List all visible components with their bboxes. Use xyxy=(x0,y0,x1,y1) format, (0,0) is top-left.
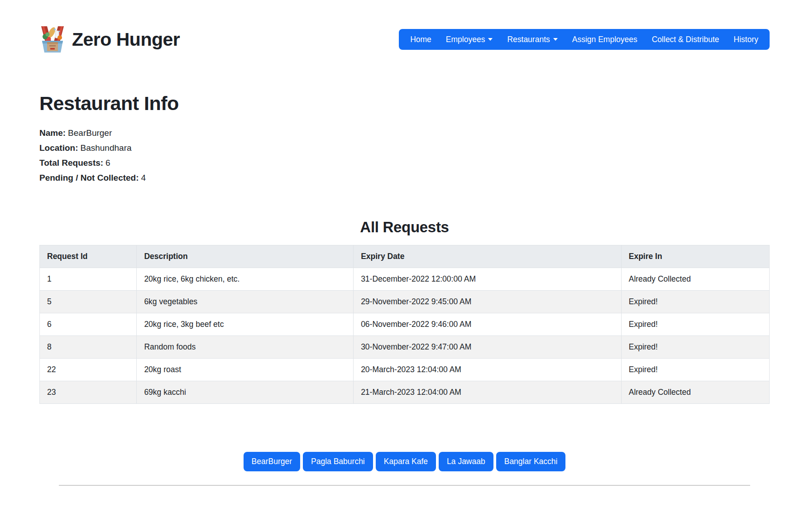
nav-item-collect-distribute[interactable]: Collect & Distribute xyxy=(645,29,727,50)
page-container: Zero Hunger Home Employees Restaurants A… xyxy=(0,25,809,486)
table-row: 5 6kg vegetables 29-November-2022 9:45:0… xyxy=(40,291,770,313)
cell-expiry-date: 06-November-2022 9:46:00 AM xyxy=(354,313,622,336)
cell-expiry-date: 31-December-2022 12:00:00 AM xyxy=(354,268,622,291)
info-pending: Pending / Not Collected:4 xyxy=(39,170,770,185)
nav-item-home[interactable]: Home xyxy=(403,29,439,50)
info-pending-label: Pending / Not Collected: xyxy=(39,173,139,182)
restaurant-buttons-row: BearBurger Pagla Baburchi Kapara Kafe La… xyxy=(39,452,770,471)
cell-request-id: 8 xyxy=(40,336,137,359)
info-name: Name:BearBurger xyxy=(39,125,770,140)
restaurant-button-pagla-baburchi[interactable]: Pagla Baburchi xyxy=(303,452,373,471)
requests-table-header: Request Id Description Expiry Date Expir… xyxy=(40,245,770,268)
table-row: 23 69kg kacchi 21-March-2023 12:04:00 AM… xyxy=(40,381,770,404)
main-navbar: Home Employees Restaurants Assign Employ… xyxy=(399,29,770,50)
col-request-id: Request Id xyxy=(40,245,137,268)
nav-item-employees-label: Employees xyxy=(446,35,485,44)
restaurant-info: Name:BearBurger Location:Bashundhara Tot… xyxy=(39,125,770,185)
cell-expire-in: Already Collected xyxy=(621,381,769,404)
cell-expire-in: Expired! xyxy=(621,291,769,313)
cell-expiry-date: 30-November-2022 9:47:00 AM xyxy=(354,336,622,359)
col-expiry-date: Expiry Date xyxy=(354,245,622,268)
nav-item-history[interactable]: History xyxy=(727,29,766,50)
cell-expiry-date: 21-March-2023 12:04:00 AM xyxy=(354,381,622,404)
info-location-value: Bashundhara xyxy=(81,143,132,153)
info-total-requests: Total Requests:6 xyxy=(39,155,770,170)
app-title: Zero Hunger xyxy=(72,29,180,50)
nav-item-assign-employees[interactable]: Assign Employees xyxy=(565,29,645,50)
cell-request-id: 1 xyxy=(40,268,137,291)
info-location-label: Location: xyxy=(39,143,78,153)
cell-expire-in: Expired! xyxy=(621,313,769,336)
grocery-basket-icon xyxy=(39,25,66,53)
chevron-down-icon xyxy=(553,38,558,41)
requests-table: Request Id Description Expiry Date Expir… xyxy=(39,245,770,404)
info-name-value: BearBurger xyxy=(68,128,112,138)
page-title: Restaurant Info xyxy=(39,92,770,115)
cell-request-id: 22 xyxy=(40,359,137,381)
footer-divider xyxy=(59,485,750,486)
cell-request-id: 6 xyxy=(40,313,137,336)
table-row: 22 20kg roast 20-March-2023 12:04:00 AM … xyxy=(40,359,770,381)
info-total-requests-label: Total Requests: xyxy=(39,158,103,168)
brand: Zero Hunger xyxy=(39,25,180,53)
col-expire-in: Expire In xyxy=(621,245,769,268)
header: Zero Hunger Home Employees Restaurants A… xyxy=(39,25,770,53)
restaurant-button-bearburger[interactable]: BearBurger xyxy=(244,452,301,471)
info-total-requests-value: 6 xyxy=(105,158,110,168)
requests-section-title: All Requests xyxy=(39,219,770,236)
cell-expire-in: Already Collected xyxy=(621,268,769,291)
info-pending-value: 4 xyxy=(141,173,146,182)
cell-request-id: 23 xyxy=(40,381,137,404)
cell-expiry-date: 29-November-2022 9:45:00 AM xyxy=(354,291,622,313)
nav-item-employees[interactable]: Employees xyxy=(439,29,500,50)
col-description: Description xyxy=(137,245,354,268)
restaurant-button-kapara-kafe[interactable]: Kapara Kafe xyxy=(376,452,436,471)
table-row: 1 20kg rice, 6kg chicken, etc. 31-Decemb… xyxy=(40,268,770,291)
cell-description: 20kg rice, 3kg beef etc xyxy=(137,313,354,336)
cell-expire-in: Expired! xyxy=(621,359,769,381)
cell-description: 6kg vegetables xyxy=(137,291,354,313)
restaurant-button-la-jawaab[interactable]: La Jawaab xyxy=(439,452,493,471)
table-header-row: Request Id Description Expiry Date Expir… xyxy=(40,245,770,268)
cell-description: 20kg rice, 6kg chicken, etc. xyxy=(137,268,354,291)
restaurant-button-banglar-kacchi[interactable]: Banglar Kacchi xyxy=(496,452,566,471)
cell-description: 69kg kacchi xyxy=(137,381,354,404)
cell-expiry-date: 20-March-2023 12:04:00 AM xyxy=(354,359,622,381)
table-row: 8 Random foods 30-November-2022 9:47:00 … xyxy=(40,336,770,359)
table-row: 6 20kg rice, 3kg beef etc 06-November-20… xyxy=(40,313,770,336)
cell-description: 20kg roast xyxy=(137,359,354,381)
cell-request-id: 5 xyxy=(40,291,137,313)
cell-description: Random foods xyxy=(137,336,354,359)
chevron-down-icon xyxy=(488,38,493,41)
nav-item-restaurants[interactable]: Restaurants xyxy=(500,29,565,50)
cell-expire-in: Expired! xyxy=(621,336,769,359)
info-location: Location:Bashundhara xyxy=(39,140,770,155)
nav-item-restaurants-label: Restaurants xyxy=(507,35,550,44)
info-name-label: Name: xyxy=(39,128,66,138)
